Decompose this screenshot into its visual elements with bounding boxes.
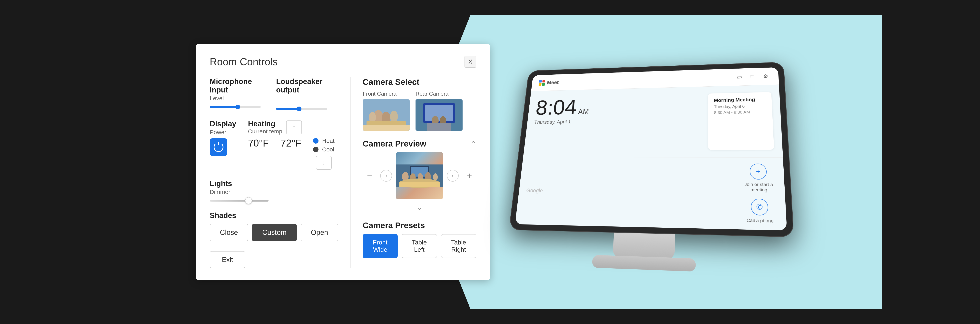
cool-label: Cool [322, 146, 334, 153]
display-sublabel: Power [210, 129, 236, 135]
tablet-device: Meet ▭ □ ⚙ 8:04 AM Thursda [509, 62, 794, 237]
shades-open-button[interactable]: Open [301, 224, 338, 241]
front-camera-thumb[interactable]: Front Camera [363, 91, 410, 131]
lights-slider[interactable] [210, 200, 269, 202]
lights-group: Lights Dimmer [210, 179, 339, 202]
shades-section: Shades Close Custom Open [210, 211, 339, 241]
rear-camera-label: Rear Camera [415, 91, 463, 97]
logo-blue [539, 80, 542, 83]
time-section: 8:04 AM Thursday, April 1 [531, 94, 700, 151]
loudspeaker-thumb[interactable] [297, 106, 301, 111]
microphone-label: Microphone input [210, 77, 264, 94]
microphone-sublabel: Level [210, 95, 264, 102]
temps-row: 70°F 72°F Heat [248, 138, 334, 170]
panel-header: Room Controls X [210, 56, 476, 68]
front-camera-image [363, 99, 410, 131]
zoom-in-button[interactable]: + [463, 169, 476, 183]
display-heating-row: Display Power Heating Current temp [210, 120, 339, 170]
zoom-out-button[interactable]: − [363, 169, 376, 183]
target-temp: 72°F [280, 138, 301, 170]
preview-up-button[interactable]: ⌃ [470, 138, 476, 149]
power-icon [214, 142, 223, 152]
heat-cool-row: Heat Cool [313, 138, 334, 153]
tablet-container: Meet ▭ □ ⚙ 8:04 AM Thursda [504, 62, 796, 278]
loudspeaker-slider[interactable] [276, 108, 327, 110]
scene: Room Controls X Microphone input Level [20, 15, 960, 309]
lights-thumb[interactable] [245, 197, 252, 204]
heat-label: Heat [322, 138, 334, 144]
microphone-fill [210, 106, 238, 108]
left-section: Microphone input Level Loudspeaker outpu… [210, 77, 339, 268]
cool-dot [313, 147, 318, 152]
time-display: 8:04 AM [535, 94, 700, 118]
heating-group: Heating Current temp ↑ 70°F 72°F [248, 120, 334, 170]
preview-controls: ⌃ [470, 138, 476, 149]
camera-presets-title: Camera Presets [363, 221, 476, 230]
svg-point-20 [433, 173, 438, 181]
cool-item: Cool [313, 146, 334, 153]
lights-sublabel: Dimmer [210, 189, 339, 195]
temp-up-button[interactable]: ↑ [286, 121, 302, 134]
logo-red [542, 80, 545, 83]
heat-item: Heat [313, 138, 334, 144]
loudspeaker-fill [276, 108, 299, 110]
microphone-thumb[interactable] [235, 105, 240, 109]
camera-presets-section: Camera Presets Front Wide Table Left Tab… [363, 221, 476, 258]
shades-buttons: Close Custom Open [210, 224, 339, 241]
shades-custom-button[interactable]: Custom [252, 224, 297, 241]
preview-down-button[interactable]: ⌄ [363, 202, 476, 213]
display-group: Display Power [210, 120, 236, 156]
preview-next-button[interactable]: › [447, 170, 459, 182]
power-button[interactable] [210, 138, 228, 156]
temp-down-button[interactable]: ↓ [316, 156, 332, 170]
shades-close-button[interactable]: Close [210, 224, 248, 241]
camera-preview-image [396, 152, 443, 199]
preview-header: Camera Preview ⌃ [363, 138, 476, 149]
action-buttons: + Join or start a meeting ✆ Call a phone [741, 164, 778, 224]
microphone-slider[interactable] [210, 106, 261, 108]
svg-rect-6 [363, 125, 410, 131]
logo-green [542, 83, 545, 86]
tablet-base [592, 255, 696, 272]
logo-yellow [539, 83, 541, 86]
join-label: Join or start a meeting [742, 182, 776, 193]
svg-rect-12 [427, 123, 451, 131]
heat-dot [313, 138, 318, 144]
heating-label: Heating [248, 120, 275, 128]
call-icon: ✆ [751, 199, 769, 216]
preset-table-right-button[interactable]: Table Right [441, 234, 476, 258]
screen-icon[interactable]: ▭ [734, 73, 745, 81]
heating-header: Heating Current temp ↑ [248, 120, 334, 135]
panel-content: Microphone input Level Loudspeaker outpu… [210, 77, 476, 268]
app-name: Meet [547, 79, 559, 86]
loudspeaker-group: Loudspeaker output [276, 77, 339, 110]
time-value: 8:04 [535, 97, 578, 118]
cast-icon[interactable]: □ [747, 72, 757, 81]
display-label: Display [210, 120, 236, 128]
meeting-time: 8:30 AM - 9:30 AM [714, 110, 766, 115]
camera-preview-title: Camera Preview [363, 139, 426, 148]
call-phone-button[interactable]: ✆ Call a phone [746, 199, 774, 224]
preset-buttons: Front Wide Table Left Table Right [363, 234, 476, 258]
call-label: Call a phone [746, 218, 774, 224]
preset-front-wide-button[interactable]: Front Wide [363, 234, 398, 258]
lights-label: Lights [210, 179, 339, 188]
join-icon: + [749, 164, 767, 179]
settings-icon[interactable]: ⚙ [760, 72, 771, 81]
camera-thumbnails: Front Camera [363, 91, 476, 131]
preset-table-left-button[interactable]: Table Left [402, 234, 437, 258]
front-camera-label: Front Camera [363, 91, 410, 97]
join-meeting-button[interactable]: + Join or start a meeting [741, 164, 776, 193]
tablet-main: 8:04 AM Thursday, April 1 Morning Meetin… [523, 85, 783, 158]
rear-camera-image [415, 99, 463, 131]
tablet-header-icons: ▭ □ ⚙ [734, 72, 771, 81]
panel-title: Room Controls [210, 56, 278, 68]
close-button[interactable]: X [465, 56, 476, 68]
exit-button[interactable]: Exit [210, 251, 245, 268]
right-section: Camera Select Front Camera [363, 77, 476, 268]
section-divider [350, 77, 351, 268]
preview-prev-button[interactable]: ‹ [380, 170, 392, 182]
rear-camera-thumb[interactable]: Rear Camera [415, 91, 463, 131]
time-ampm: AM [578, 108, 589, 115]
tablet-bottom: Google + Join or start a meeting ✆ Call … [515, 157, 787, 230]
